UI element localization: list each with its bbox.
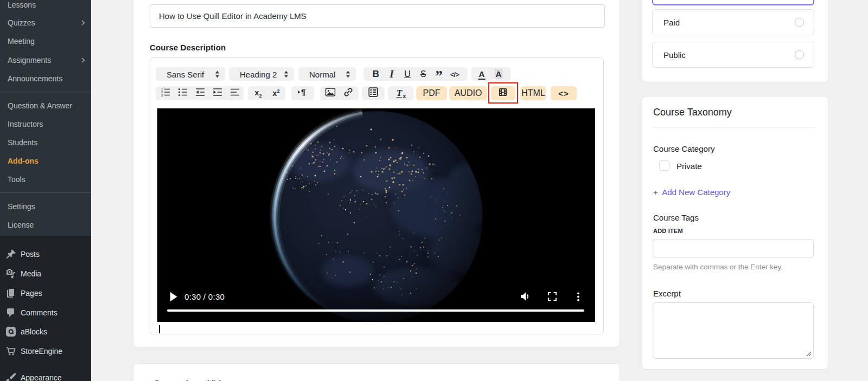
svg-text:3: 3 — [161, 94, 163, 97]
svg-text:¶: ¶ — [301, 88, 305, 96]
